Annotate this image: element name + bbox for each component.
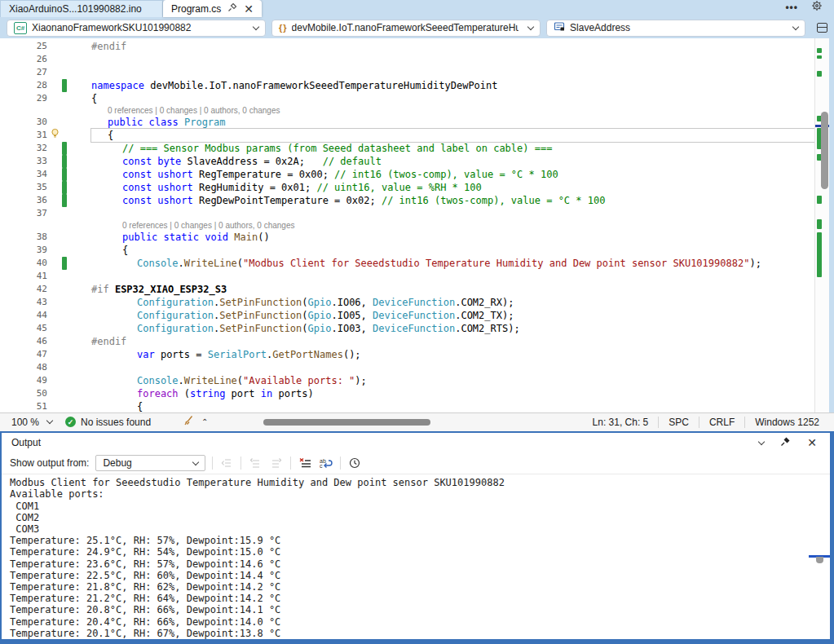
word-wrap-icon[interactable]: abc: [319, 456, 333, 470]
previous-message-icon[interactable]: [248, 456, 263, 470]
code-line[interactable]: 37: [0, 207, 814, 220]
status-field[interactable]: Ln: 31, Ch: 5: [583, 417, 659, 428]
line-number[interactable]: 35: [0, 181, 47, 194]
clear-all-icon[interactable]: [298, 456, 312, 470]
code-line[interactable]: 36const ushort RegDewPointTemperature = …: [0, 194, 814, 207]
line-number[interactable]: 34: [0, 168, 47, 181]
codelens-row[interactable]: 0 references | 0 changes | 0 authors, 0 …: [0, 105, 814, 116]
close-icon[interactable]: ✕: [807, 436, 817, 449]
next-message-icon[interactable]: [269, 456, 284, 470]
line-number[interactable]: 42: [0, 283, 47, 296]
line-number[interactable]: 39: [0, 244, 47, 257]
line-number[interactable]: 36: [0, 194, 47, 207]
code-line[interactable]: 34const ushort RegTemperature = 0x00; //…: [0, 168, 814, 181]
code-line[interactable]: 25#endif: [0, 40, 814, 53]
code-line[interactable]: 42#if ESP32_XIAO_ESP32_S3: [0, 283, 814, 296]
gutter-spacer: [62, 66, 67, 79]
line-number[interactable]: 27: [0, 66, 47, 79]
scrollbar-thumb[interactable]: [263, 419, 430, 426]
line-number[interactable]: 28: [0, 79, 47, 92]
code-cleanup-broom-icon[interactable]: [182, 415, 195, 430]
code-line[interactable]: 38public static void Main(): [0, 231, 814, 244]
line-number[interactable]: 33: [0, 155, 47, 168]
settings-gear-icon[interactable]: [811, 0, 823, 14]
lightbulb-icon[interactable]: [47, 128, 62, 142]
line-number[interactable]: 47: [0, 348, 47, 361]
scrollbar-thumb[interactable]: [821, 112, 828, 189]
codelens-text[interactable]: 0 references | 0 changes | 0 authors, 0 …: [91, 105, 814, 116]
jump-to-message-icon[interactable]: [219, 456, 234, 470]
output-source-dropdown[interactable]: Debug: [95, 455, 205, 471]
editor-horizontal-scrollbar[interactable]: [221, 418, 569, 426]
code-line[interactable]: 48: [0, 361, 814, 374]
status-field[interactable]: Windows 1252: [745, 417, 829, 428]
tab-program-cs[interactable]: Program.cs ✕: [163, 0, 262, 17]
code-line[interactable]: 47var ports = SerialPort.GetPortNames();: [0, 348, 814, 361]
timestamp-clock-icon[interactable]: [347, 456, 362, 470]
code-line[interactable]: 39{: [0, 244, 814, 257]
member-dropdown[interactable]: SlaveAddress: [546, 20, 805, 37]
issues-indicator[interactable]: ✓ No issues found: [65, 417, 151, 428]
code-text: Configuration.SetPinFunction(Gpio.IO03, …: [91, 322, 814, 335]
pin-icon[interactable]: [780, 436, 791, 449]
more-options-icon[interactable]: •••: [785, 2, 798, 13]
status-field[interactable]: SPC: [659, 417, 699, 428]
code-line[interactable]: 50foreach (string port in ports): [0, 387, 814, 400]
line-number[interactable]: 25: [0, 40, 47, 53]
code-line[interactable]: 35const ushort RegHumidity = 0x01; // ui…: [0, 181, 814, 194]
close-icon[interactable]: ✕: [244, 2, 254, 15]
line-number[interactable]: 38: [0, 231, 47, 244]
codelens-text[interactable]: 0 references | 0 changes | 0 authors, 0 …: [91, 220, 814, 231]
line-number[interactable]: 44: [0, 309, 47, 322]
line-number[interactable]: 31: [0, 129, 47, 142]
editor-code[interactable]: 25#endif262728namespace devMobile.IoT.na…: [0, 40, 814, 412]
status-field[interactable]: CRLF: [699, 417, 744, 428]
line-number[interactable]: 37: [0, 207, 47, 220]
line-number[interactable]: 40: [0, 257, 47, 270]
code-line[interactable]: 27: [0, 66, 814, 79]
project-dropdown[interactable]: C# XiaonanoFrameworkSKU101990882: [7, 20, 266, 37]
line-number[interactable]: 29: [0, 92, 47, 105]
tab-xiaoarduino-ino[interactable]: XiaoArduinoS...101990882.ino: [0, 0, 163, 17]
code-line[interactable]: 46#endif: [0, 335, 814, 348]
zoom-dropdown[interactable]: 100 %: [5, 415, 59, 430]
statusbar-right: Ln: 31, Ch: 5SPCCRLFWindows 1252: [583, 413, 829, 431]
code-line[interactable]: 26: [0, 53, 814, 66]
line-number[interactable]: 48: [0, 361, 47, 374]
output-text[interactable]: Modbus Client for Seeedstudio Temperatur…: [2, 474, 830, 639]
code-line[interactable]: 44Configuration.SetPinFunction(Gpio.IO05…: [0, 309, 814, 322]
line-number[interactable]: 32: [0, 142, 47, 155]
code-line[interactable]: 43Configuration.SetPinFunction(Gpio.IO06…: [0, 296, 814, 309]
code-line[interactable]: 49Console.WriteLine("Available ports: ")…: [0, 374, 814, 387]
code-line[interactable]: 29{: [0, 92, 814, 105]
collapse-chevron-icon[interactable]: ⌃: [201, 417, 208, 426]
code-line[interactable]: 31{: [0, 129, 814, 142]
code-line[interactable]: 45Configuration.SetPinFunction(Gpio.IO03…: [0, 322, 814, 335]
code-line[interactable]: 51{: [0, 400, 814, 412]
pin-icon[interactable]: [227, 2, 237, 15]
chevron-down-icon: [192, 458, 199, 465]
window-position-chevron-icon[interactable]: [758, 438, 765, 444]
code-line[interactable]: 40Console.WriteLine("Modbus Client for S…: [0, 257, 814, 270]
output-line: Temperature: 22.5°C, RH: 60%, Dewpoint:1…: [10, 570, 830, 581]
code-line[interactable]: 30public class Program: [0, 116, 814, 129]
line-number[interactable]: 43: [0, 296, 47, 309]
line-number[interactable]: 51: [0, 400, 47, 412]
code-editor[interactable]: 25#endif262728namespace devMobile.IoT.na…: [0, 38, 834, 412]
editor-vertical-scrollbar[interactable]: [814, 38, 829, 412]
namespace-dropdown[interactable]: { } devMobile.IoT.nanoFrameworkSeeedTemp…: [271, 20, 541, 37]
code-line[interactable]: 32// === Sensor Modbus params (from Seee…: [0, 142, 814, 155]
line-number[interactable]: 26: [0, 53, 47, 66]
code-line[interactable]: 28namespace devMobile.IoT.nanoFrameworkS…: [0, 79, 814, 92]
code-text: Console.WriteLine("Available ports: ");: [91, 374, 814, 387]
split-editor-icon[interactable]: [817, 23, 827, 33]
line-number[interactable]: 50: [0, 387, 47, 400]
line-number[interactable]: 49: [0, 374, 47, 387]
line-number[interactable]: 45: [0, 322, 47, 335]
line-number[interactable]: 30: [0, 116, 47, 129]
line-number[interactable]: 41: [0, 270, 47, 283]
code-line[interactable]: 41: [0, 270, 814, 283]
codelens-row[interactable]: 0 references | 0 changes | 0 authors, 0 …: [0, 220, 814, 231]
line-number[interactable]: 46: [0, 335, 47, 348]
code-line[interactable]: 33const byte SlaveAddress = 0x2A; // def…: [0, 155, 814, 168]
